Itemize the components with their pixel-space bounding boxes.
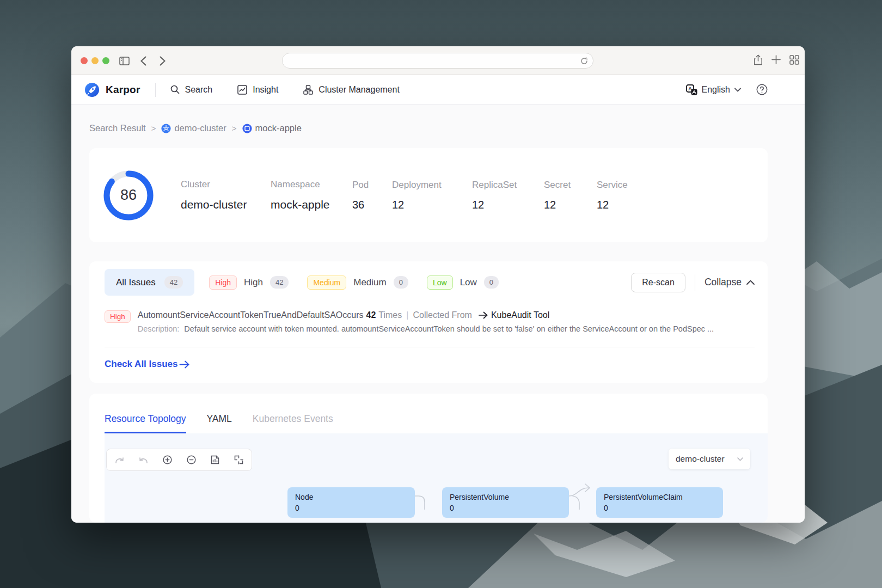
zoom-window-button[interactable] (102, 57, 109, 64)
zoom-out-icon[interactable] (187, 455, 196, 464)
stat-label: Deployment (392, 180, 472, 191)
check-all-issues-link[interactable]: Check All Issues (105, 359, 189, 370)
new-tab-icon[interactable] (771, 55, 781, 66)
severity-badge: High (105, 310, 131, 323)
nav-label: Search (185, 85, 213, 95)
count-badge: 0 (394, 276, 408, 289)
breadcrumb-label: Search Result (89, 123, 146, 133)
breadcrumb-namespace[interactable]: mock-apple (242, 123, 302, 133)
filter-all-issues[interactable]: All Issues 42 (105, 269, 194, 296)
stat-deployment: Deployment 12 (392, 180, 472, 211)
karpor-logo (84, 82, 100, 97)
graph-toolbar (106, 449, 252, 471)
redo-icon[interactable] (115, 456, 124, 464)
issue-count-suffix: Times (378, 310, 402, 320)
tab-kubernetes-events[interactable]: Kubernetes Events (253, 413, 333, 433)
reload-icon[interactable] (580, 57, 588, 65)
stat-value: 12 (392, 199, 472, 211)
tab-resource-topology[interactable]: Resource Topology (105, 413, 186, 433)
chevron-down-icon (737, 457, 743, 461)
namespace-icon (242, 124, 252, 133)
stat-cluster: Cluster demo-cluster (181, 179, 271, 211)
help-icon[interactable] (756, 84, 768, 95)
forward-button[interactable] (154, 46, 170, 75)
undo-icon[interactable] (139, 456, 148, 464)
breadcrumb-label: demo-cluster (174, 123, 226, 133)
topology-node-node[interactable]: Node 0 (287, 487, 415, 518)
issue-name: AutomountServiceAccountTokenTrueAndDefau… (138, 310, 336, 320)
cluster-overview-card: 86 Cluster demo-cluster Namespace mock-a… (89, 148, 768, 242)
issue-texts: AutomountServiceAccountTokenTrueAndDefau… (138, 310, 714, 333)
overview-map-icon[interactable] (211, 455, 219, 464)
nav-label: Insight (253, 85, 278, 95)
topology-node-persistentvolumeclaim[interactable]: PersistentVolumeClaim 0 (596, 487, 723, 518)
stat-label: Service (597, 180, 628, 191)
filter-high[interactable]: High High 42 (209, 275, 289, 290)
share-icon[interactable] (754, 54, 763, 68)
tab-yaml[interactable]: YAML (207, 413, 232, 433)
node-count: 0 (295, 504, 299, 512)
stat-label: Namespace (271, 179, 352, 190)
filter-label: Low (460, 277, 477, 288)
issue-description: Description: Default service account wit… (138, 324, 714, 333)
medium-tag: Medium (307, 275, 346, 290)
resource-detail-card: Resource Topology YAML Kubernetes Events (89, 394, 768, 523)
check-all-label: Check All Issues (105, 359, 178, 370)
count-badge: 42 (164, 276, 183, 289)
minimize-window-button[interactable] (91, 57, 99, 64)
issues-card: All Issues 42 High High 42 Medium Medium… (89, 261, 768, 383)
cluster-select-dropdown[interactable]: demo-cluster (669, 449, 750, 469)
collected-from-label: Collected From (413, 310, 471, 320)
node-name: PersistentVolume (450, 492, 561, 503)
collapse-toggle[interactable]: Collapse (705, 277, 755, 288)
browser-window: Karpor Search Insight (71, 46, 805, 523)
node-count: 0 (604, 504, 608, 512)
issue-row[interactable]: High AutomountServiceAccountTokenTrueAnd… (105, 310, 755, 333)
address-bar[interactable] (282, 53, 593, 69)
stat-namespace: Namespace mock-apple (271, 179, 352, 211)
breadcrumb: Search Result > demo-cluster (89, 123, 768, 133)
count-badge: 0 (484, 276, 499, 289)
breadcrumb-cluster[interactable]: demo-cluster (161, 123, 226, 133)
breadcrumb-separator: > (232, 124, 237, 133)
sidebar-toggle-icon[interactable] (116, 46, 132, 75)
stat-value: 12 (597, 199, 628, 211)
arrow-right-icon (479, 311, 488, 319)
stat-secret: Secret 12 (544, 180, 597, 211)
nav-item-cluster-management[interactable]: Cluster Management (303, 85, 400, 95)
breadcrumb-label: mock-apple (255, 123, 302, 133)
breadcrumb-separator: > (151, 124, 156, 133)
language-selector[interactable]: A English (686, 84, 741, 95)
low-tag: Low (427, 275, 453, 290)
stat-label: Cluster (181, 179, 271, 190)
tab-overview-icon[interactable] (789, 55, 799, 67)
main-nav: Search Insight Cluster Management (170, 85, 400, 95)
topology-canvas[interactable]: demo-cluster Node 0 PersistentVolume 0 (105, 433, 768, 523)
filter-label: Medium (353, 277, 386, 288)
nav-item-insight[interactable]: Insight (237, 85, 278, 95)
app-header: Karpor Search Insight (71, 75, 805, 105)
filter-label: High (244, 277, 263, 288)
zoom-in-icon[interactable] (163, 455, 172, 464)
nav-label: Cluster Management (318, 85, 400, 95)
browser-toolbar (71, 46, 805, 75)
filter-low[interactable]: Low Low 0 (427, 275, 499, 290)
health-score-value: 86 (102, 169, 155, 222)
topology-node-persistentvolume[interactable]: PersistentVolume 0 (442, 487, 569, 518)
issue-source: KubeAudit Tool (491, 310, 549, 320)
detail-tabs: Resource Topology YAML Kubernetes Events (89, 394, 768, 433)
address-input[interactable] (283, 53, 580, 68)
fit-center-icon[interactable] (234, 455, 243, 464)
header-divider (155, 83, 156, 97)
node-count: 0 (450, 504, 454, 512)
translate-icon: A (686, 84, 697, 95)
issue-title: AutomountServiceAccountTokenTrueAndDefau… (138, 310, 714, 320)
chevron-down-icon (734, 88, 741, 92)
close-window-button[interactable] (81, 57, 88, 64)
rescan-button[interactable]: Re-scan (631, 273, 685, 292)
stat-service: Service 12 (597, 180, 628, 211)
back-button[interactable] (135, 46, 151, 75)
nav-item-search[interactable]: Search (170, 85, 213, 95)
filter-medium[interactable]: Medium Medium 0 (307, 275, 408, 290)
breadcrumb-search-result[interactable]: Search Result (89, 123, 146, 133)
